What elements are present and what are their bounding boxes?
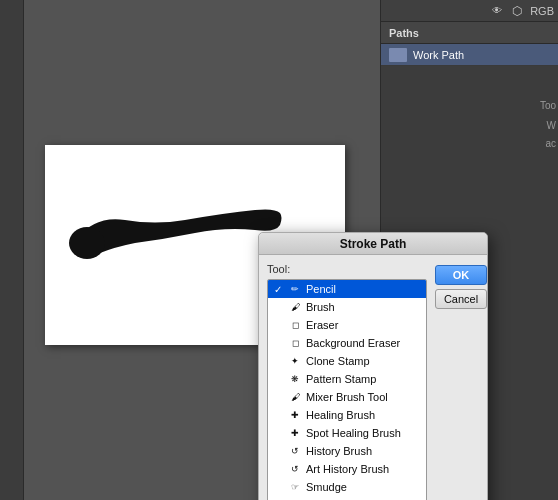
- background-eraser-icon: ◻: [288, 337, 302, 349]
- rgb-label: RGB: [530, 5, 554, 17]
- dropdown-item-background-eraser[interactable]: ◻Background Eraser: [268, 334, 426, 352]
- pencil-icon: ✏: [288, 283, 302, 295]
- history-brush-label: History Brush: [306, 445, 372, 457]
- art-history-brush-icon: ↺: [288, 463, 302, 475]
- spot-healing-brush-label: Spot Healing Brush: [306, 427, 401, 439]
- smudge-icon: ☞: [288, 481, 302, 493]
- dropdown-item-mixer-brush[interactable]: 🖌Mixer Brush Tool: [268, 388, 426, 406]
- clone-stamp-label: Clone Stamp: [306, 355, 370, 367]
- paths-title: Paths: [389, 27, 419, 39]
- side-label-w: W: [547, 120, 556, 131]
- dialog-title: Stroke Path: [340, 237, 407, 251]
- work-path-label: Work Path: [413, 49, 464, 61]
- side-label-ac: ac: [545, 138, 556, 149]
- healing-brush-label: Healing Brush: [306, 409, 375, 421]
- dialog-dropdown-area: Tool: ✓✏Pencil🖌Brush◻Eraser◻Background E…: [267, 263, 427, 500]
- eye-icon[interactable]: 👁: [490, 4, 504, 18]
- dropdown-item-smudge[interactable]: ☞Smudge: [268, 478, 426, 496]
- dropdown-item-healing-brush[interactable]: ✚Healing Brush: [268, 406, 426, 424]
- path-icon[interactable]: ⬡: [510, 4, 524, 18]
- eraser-icon: ◻: [288, 319, 302, 331]
- dropdown-item-history-brush[interactable]: ↺History Brush: [268, 442, 426, 460]
- smudge-label: Smudge: [306, 481, 347, 493]
- ok-button[interactable]: OK: [435, 265, 487, 285]
- side-label-too: Too: [540, 100, 556, 111]
- dropdown-item-spot-healing-brush[interactable]: ✚Spot Healing Brush: [268, 424, 426, 442]
- dialog-titlebar: Stroke Path: [259, 233, 487, 255]
- dropdown-item-eraser[interactable]: ◻Eraser: [268, 316, 426, 334]
- dropdown-item-brush[interactable]: 🖌Brush: [268, 298, 426, 316]
- brush-stroke-svg: [65, 175, 285, 265]
- panel-top-bar: 👁 ⬡ RGB: [381, 0, 558, 22]
- dropdown-list[interactable]: ✓✏Pencil🖌Brush◻Eraser◻Background Eraser✦…: [267, 279, 427, 500]
- left-toolbar: [0, 0, 24, 500]
- mixer-brush-label: Mixer Brush Tool: [306, 391, 388, 403]
- dialog-buttons-container: OK Cancel: [435, 265, 487, 500]
- mixer-brush-icon: 🖌: [288, 391, 302, 403]
- cancel-button[interactable]: Cancel: [435, 289, 487, 309]
- pattern-stamp-icon: ❋: [288, 373, 302, 385]
- eraser-label: Eraser: [306, 319, 338, 331]
- tool-label: Tool:: [267, 263, 427, 275]
- clone-stamp-icon: ✦: [288, 355, 302, 367]
- work-path-icon: [389, 48, 407, 62]
- pencil-label: Pencil: [306, 283, 336, 295]
- brush-label: Brush: [306, 301, 335, 313]
- dropdown-item-pencil[interactable]: ✓✏Pencil: [268, 280, 426, 298]
- history-brush-icon: ↺: [288, 445, 302, 457]
- background-eraser-label: Background Eraser: [306, 337, 400, 349]
- svg-point-0: [69, 227, 105, 259]
- dropdown-item-pattern-stamp[interactable]: ❋Pattern Stamp: [268, 370, 426, 388]
- pattern-stamp-label: Pattern Stamp: [306, 373, 376, 385]
- art-history-brush-label: Art History Brush: [306, 463, 389, 475]
- work-path-item[interactable]: Work Path: [381, 44, 558, 66]
- spot-healing-brush-icon: ✚: [288, 427, 302, 439]
- dropdown-item-blur[interactable]: ◌Blur: [268, 496, 426, 500]
- dropdown-item-art-history-brush[interactable]: ↺Art History Brush: [268, 460, 426, 478]
- brush-icon: 🖌: [288, 301, 302, 313]
- paths-panel-titlebar: Paths: [381, 22, 558, 44]
- stroke-path-dialog: Stroke Path Tool: ✓✏Pencil🖌Brush◻Eraser◻…: [258, 232, 488, 500]
- dropdown-item-clone-stamp[interactable]: ✦Clone Stamp: [268, 352, 426, 370]
- healing-brush-icon: ✚: [288, 409, 302, 421]
